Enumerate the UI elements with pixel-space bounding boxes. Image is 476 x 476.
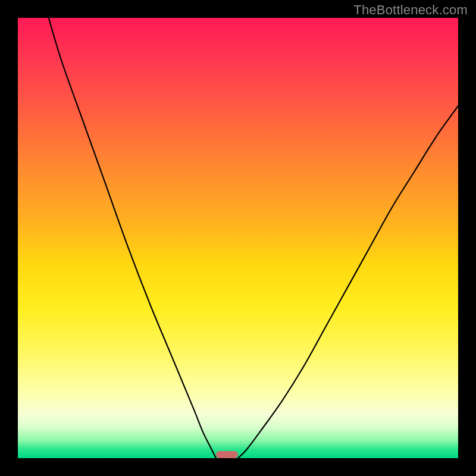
chart-root: TheBottleneck.com xyxy=(0,0,476,476)
bottleneck-curve xyxy=(18,18,458,458)
optimal-marker xyxy=(216,451,238,458)
curve-right-branch xyxy=(238,106,458,458)
curve-left-branch xyxy=(49,18,216,458)
plot-area xyxy=(18,18,458,458)
watermark-text: TheBottleneck.com xyxy=(353,2,468,18)
